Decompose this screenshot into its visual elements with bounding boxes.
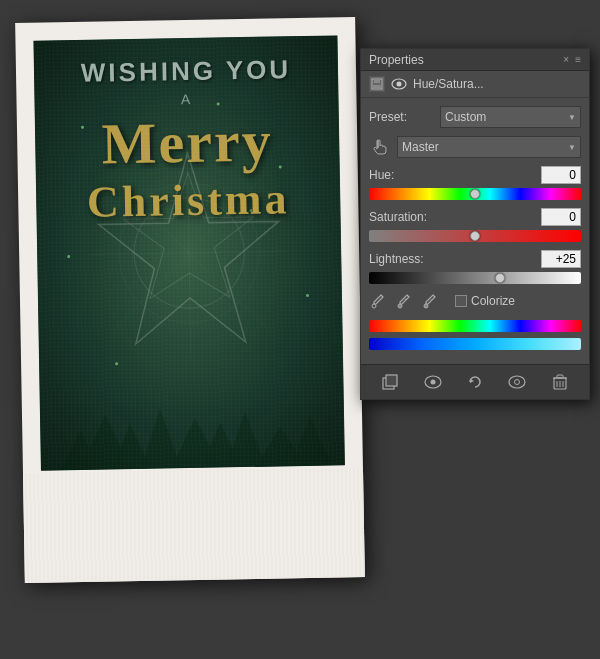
lightness-label-row: Lightness: +25 [369,250,581,268]
saturation-value-input[interactable]: 0 [541,208,581,226]
lightness-value-input[interactable]: +25 [541,250,581,268]
add-layer-button[interactable] [379,371,401,393]
eye-icon[interactable] [391,76,407,92]
hue-slider-row: Hue: 0 [369,166,581,200]
svg-point-22 [372,304,376,308]
svg-rect-18 [374,79,380,83]
saturation-track[interactable] [369,230,581,242]
svg-point-23 [398,304,402,308]
panel-body: Preset: Custom ▼ Master ▼ Hue: [361,98,589,364]
eyedropper-icon-2[interactable]: + [395,292,413,310]
lightness-track[interactable] [369,272,581,284]
hue-label: Hue: [369,168,394,182]
lightness-thumb[interactable] [495,273,505,283]
layer-name: Hue/Satura... [413,77,484,91]
lightness-label: Lightness: [369,252,424,266]
svg-rect-36 [557,375,563,378]
polaroid-frame: WISHING YOU A Merry Christma [15,17,365,583]
colorize-checkbox[interactable] [455,295,467,307]
save-layer-icon[interactable] [369,76,385,92]
saturation-label-row: Saturation: 0 [369,208,581,226]
master-value: Master [402,140,439,154]
delete-button[interactable] [549,371,571,393]
svg-marker-31 [470,379,474,383]
eyedropper-row: + - Colorize [369,292,581,310]
preset-dropdown-arrow: ▼ [568,113,576,122]
photo-text-overlay: WISHING YOU A Merry Christma [33,35,344,470]
svg-point-33 [515,380,520,385]
christmas-text: Christma [87,173,290,228]
polaroid-bottom [23,467,365,583]
eyedropper-icon-1[interactable] [369,292,387,310]
preset-dropdown[interactable]: Custom ▼ [440,106,581,128]
svg-rect-28 [386,375,397,386]
svg-point-25 [424,304,428,308]
svg-point-30 [430,380,435,385]
hue-value-input[interactable]: 0 [541,166,581,184]
preset-value: Custom [445,110,486,124]
saturation-slider-row: Saturation: 0 [369,208,581,242]
svg-text:+: + [404,296,407,302]
master-dropdown[interactable]: Master ▼ [397,136,581,158]
photo-area: WISHING YOU A Merry Christma [33,35,344,470]
color-spectrum-top [369,320,581,332]
hue-label-row: Hue: 0 [369,166,581,184]
photo-background: WISHING YOU A Merry Christma [33,35,344,470]
visibility-button[interactable] [422,371,444,393]
colorize-checkbox-row: Colorize [455,294,515,308]
hue-thumb[interactable] [470,189,480,199]
lightness-slider-row: Lightness: +25 [369,250,581,284]
wishing-you-text: WISHING YOU [81,54,292,89]
reset-button[interactable] [464,371,486,393]
svg-point-32 [509,376,525,388]
eyedropper-icon-3[interactable]: - [421,292,439,310]
saturation-label: Saturation: [369,210,427,224]
svg-point-21 [397,82,402,87]
hand-icon[interactable] [369,136,391,158]
spectrum-rainbow-bar [369,320,581,332]
colorize-label: Colorize [471,294,515,308]
preset-label: Preset: [369,110,434,124]
panel-title: Properties [369,53,424,67]
color-spectrum-bottom [369,338,581,350]
panel-footer [361,364,589,399]
saturation-thumb[interactable] [470,231,480,241]
hue-track[interactable] [369,188,581,200]
merry-text: Merry [101,110,273,177]
hand-icon-row: Master ▼ [369,136,581,158]
panel-header: Hue/Satura... [361,71,589,98]
panel-close-button[interactable]: × [563,54,569,65]
spectrum-blue-bar [369,338,581,350]
svg-rect-19 [373,85,381,89]
panel-menu-icon[interactable]: ≡ [575,54,581,65]
master-dropdown-arrow: ▼ [568,143,576,152]
panel-titlebar: Properties × ≡ [361,49,589,71]
properties-panel: Properties × ≡ Hue/Satura... Preset: [360,48,590,400]
preset-row: Preset: Custom ▼ [369,106,581,128]
panel-titlebar-right: × ≡ [563,54,581,65]
a-text: A [181,91,193,107]
view-button[interactable] [506,371,528,393]
